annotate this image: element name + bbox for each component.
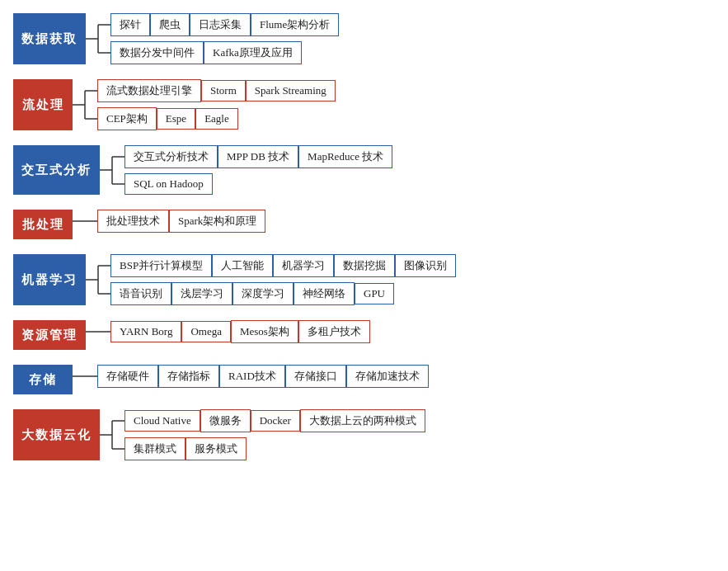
connector-svg-batch-processing (73, 210, 97, 239)
section-machine-learning: 机器学习BSP并行计算模型人工智能机器学习数据挖掘图像识别语音识别浅层学习深度学… (13, 254, 715, 305)
item-box: CEP架构 (97, 107, 157, 130)
item-box: 多租户技术 (298, 320, 370, 343)
main-diagram: 数据获取探针爬虫日志采集Flume架构分析数据分发中间件Kafka原理及应用流处… (13, 13, 715, 467)
item-box: 存储硬件 (97, 365, 158, 388)
item-box: 微服务 (200, 409, 251, 432)
item-box: 批处理技术 (97, 210, 169, 233)
items-area-resource-management: YARN BorgOmegaMesos架构多租户技术 (110, 320, 370, 343)
item-row-data-acquisition-1: 数据分发中间件Kafka原理及应用 (110, 41, 339, 64)
connector-svg-stream-processing (73, 79, 97, 130)
items-area-storage: 存储硬件存储指标RAID技术存储接口存储加速技术 (97, 365, 429, 388)
item-box: GPU (355, 283, 394, 304)
item-box: 交互式分析技术 (124, 145, 218, 168)
item-box: Mesos架构 (231, 320, 298, 343)
item-box: 深度学习 (232, 282, 294, 305)
item-box: 神经网络 (294, 282, 355, 305)
item-box: 存储接口 (285, 365, 346, 388)
item-box: MPP DB 技术 (218, 145, 298, 168)
item-box: 流式数据处理引擎 (97, 79, 201, 102)
section-data-acquisition: 数据获取探针爬虫日志采集Flume架构分析数据分发中间件Kafka原理及应用 (13, 13, 715, 64)
item-box: YARN Borg (110, 321, 181, 342)
item-box: 数据分发中间件 (110, 41, 204, 64)
section-stream-processing: 流处理流式数据处理引擎StormSpark StreamingCEP架构Espe… (13, 79, 715, 130)
connector-svg-big-data-cloud (100, 409, 124, 460)
item-box: 人工智能 (212, 254, 273, 277)
section-label-resource-management: 资源管理 (13, 320, 86, 350)
connector-svg-data-acquisition (86, 13, 110, 64)
item-box: 爬虫 (150, 13, 190, 36)
item-box: Omega (181, 321, 231, 342)
item-box: 数据挖掘 (334, 254, 395, 277)
section-label-batch-processing: 批处理 (13, 210, 73, 239)
item-box: 浅层学习 (171, 282, 232, 305)
item-row-storage-0: 存储硬件存储指标RAID技术存储接口存储加速技术 (97, 365, 429, 388)
item-box: MapReduce 技术 (298, 145, 392, 168)
items-area-interactive-analysis: 交互式分析技术MPP DB 技术MapReduce 技术SQL on Hadoo… (124, 145, 392, 195)
section-label-interactive-analysis: 交互式分析 (13, 145, 100, 195)
section-label-stream-processing: 流处理 (13, 79, 73, 130)
item-box: Storm (201, 80, 246, 101)
item-box: 图像识别 (395, 254, 456, 277)
item-row-machine-learning-0: BSP并行计算模型人工智能机器学习数据挖掘图像识别 (110, 254, 456, 277)
items-area-batch-processing: 批处理技术Spark架构和原理 (97, 210, 265, 233)
connector-svg-machine-learning (86, 254, 110, 305)
item-row-batch-processing-0: 批处理技术Spark架构和原理 (97, 210, 265, 233)
item-box: Eagle (195, 108, 238, 130)
item-box: SQL on Hadoop (124, 173, 213, 195)
item-box: Spark Streaming (246, 80, 336, 101)
item-box: Espe (157, 108, 195, 130)
item-box: 日志采集 (190, 13, 251, 36)
item-row-data-acquisition-0: 探针爬虫日志采集Flume架构分析 (110, 13, 339, 36)
item-row-interactive-analysis-1: SQL on Hadoop (124, 173, 392, 195)
section-batch-processing: 批处理批处理技术Spark架构和原理 (13, 210, 715, 239)
item-box: 探针 (110, 13, 150, 36)
item-row-stream-processing-1: CEP架构EspeEagle (97, 107, 336, 130)
item-box: 存储指标 (158, 365, 219, 388)
section-label-data-acquisition: 数据获取 (13, 13, 86, 64)
item-row-interactive-analysis-0: 交互式分析技术MPP DB 技术MapReduce 技术 (124, 145, 392, 168)
item-row-big-data-cloud-1: 集群模式服务模式 (124, 437, 425, 460)
item-box: 机器学习 (273, 254, 334, 277)
items-area-machine-learning: BSP并行计算模型人工智能机器学习数据挖掘图像识别语音识别浅层学习深度学习神经网… (110, 254, 456, 305)
item-box: 集群模式 (124, 437, 186, 460)
item-box: Flume架构分析 (251, 13, 339, 36)
connector-svg-resource-management (86, 320, 110, 350)
item-box: 大数据上云的两种模式 (300, 409, 425, 432)
item-box: 语音识别 (110, 282, 171, 305)
item-box: RAID技术 (219, 365, 285, 388)
item-row-big-data-cloud-0: Cloud Native微服务Docker大数据上云的两种模式 (124, 409, 425, 432)
items-area-data-acquisition: 探针爬虫日志采集Flume架构分析数据分发中间件Kafka原理及应用 (110, 13, 339, 64)
section-big-data-cloud: 大数据云化Cloud Native微服务Docker大数据上云的两种模式集群模式… (13, 409, 715, 460)
section-resource-management: 资源管理YARN BorgOmegaMesos架构多租户技术 (13, 320, 715, 350)
item-box: 存储加速技术 (346, 365, 429, 388)
item-box: Spark架构和原理 (169, 210, 265, 233)
section-interactive-analysis: 交互式分析交互式分析技术MPP DB 技术MapReduce 技术SQL on … (13, 145, 715, 195)
item-row-resource-management-0: YARN BorgOmegaMesos架构多租户技术 (110, 320, 370, 343)
item-box: Cloud Native (124, 410, 200, 432)
item-box: Kafka原理及应用 (204, 41, 302, 64)
section-label-big-data-cloud: 大数据云化 (13, 409, 100, 460)
items-area-stream-processing: 流式数据处理引擎StormSpark StreamingCEP架构EspeEag… (97, 79, 336, 130)
section-label-storage: 存储 (13, 365, 73, 394)
items-area-big-data-cloud: Cloud Native微服务Docker大数据上云的两种模式集群模式服务模式 (124, 409, 425, 460)
item-row-machine-learning-1: 语音识别浅层学习深度学习神经网络GPU (110, 282, 456, 305)
connector-svg-interactive-analysis (100, 145, 124, 195)
item-box: BSP并行计算模型 (110, 254, 212, 277)
section-storage: 存储存储硬件存储指标RAID技术存储接口存储加速技术 (13, 365, 715, 394)
item-box: Docker (251, 410, 300, 432)
item-box: 服务模式 (186, 437, 247, 460)
item-row-stream-processing-0: 流式数据处理引擎StormSpark Streaming (97, 79, 336, 102)
section-label-machine-learning: 机器学习 (13, 254, 86, 305)
connector-svg-storage (73, 365, 97, 394)
